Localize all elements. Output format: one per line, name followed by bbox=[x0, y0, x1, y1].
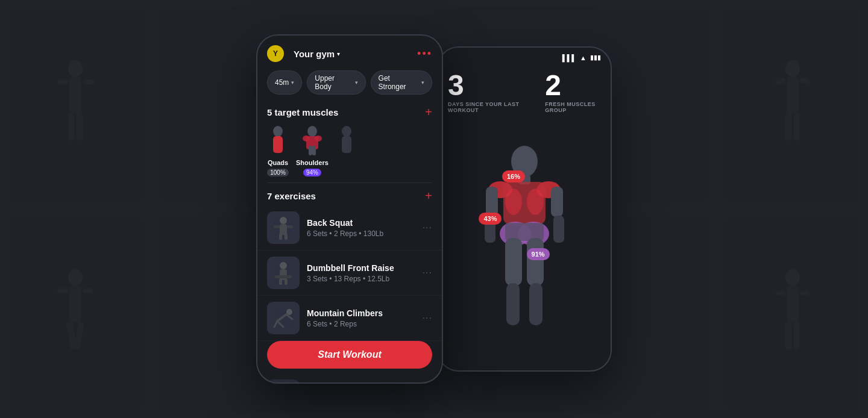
exercise-meta-back-squat: 6 Sets • 2 Reps • 130Lb bbox=[307, 229, 415, 238]
svg-point-84 bbox=[505, 189, 522, 215]
svg-rect-48 bbox=[274, 225, 280, 228]
svg-point-44 bbox=[342, 126, 351, 137]
chip-duration[interactable]: 45m ▾ bbox=[267, 70, 302, 95]
muscle-pct-43: 43% bbox=[479, 213, 502, 225]
muscle-pct-16: 16% bbox=[502, 170, 525, 182]
svg-rect-53 bbox=[280, 269, 287, 280]
muscle-figure-partial bbox=[336, 125, 357, 157]
muscle-figure-quads bbox=[267, 125, 289, 157]
exercise-thumb-mountain-climbers bbox=[267, 302, 300, 334]
gym-name-row[interactable]: Your gym ▾ bbox=[289, 49, 340, 59]
secondary-content: 3 DAYS SINCE YOUR LAST WORKOUT 2 FRESH M… bbox=[438, 61, 611, 372]
exercise-name-dumbbell: Dumbbell Front Raise bbox=[307, 263, 415, 273]
svg-point-36 bbox=[273, 126, 283, 137]
muscles-section-header: 5 target muscles + bbox=[257, 101, 442, 123]
svg-point-85 bbox=[527, 189, 544, 215]
exercise-info-back-squat: Back Squat 6 Sets • 2 Reps • 130Lb bbox=[307, 218, 415, 238]
svg-rect-56 bbox=[285, 279, 288, 285]
svg-line-61 bbox=[286, 314, 292, 319]
chip-goal[interactable]: Get Stronger ▾ bbox=[371, 70, 432, 95]
chip-goal-chevron: ▾ bbox=[421, 80, 424, 86]
muscles-add-button[interactable]: + bbox=[425, 105, 432, 119]
svg-rect-45 bbox=[342, 136, 351, 153]
exercise-meta-dumbbell: 3 Sets • 13 Reps • 12.5Lb bbox=[307, 275, 415, 283]
gym-logo: Y bbox=[267, 45, 284, 62]
chip-duration-chevron: ▾ bbox=[291, 80, 294, 86]
stat-item-days: 3 DAYS SINCE YOUR LAST WORKOUT bbox=[448, 71, 527, 113]
exercise-thumb-dumbbell bbox=[267, 257, 300, 289]
muscle-pct-91: 91% bbox=[527, 248, 550, 260]
svg-rect-42 bbox=[309, 146, 312, 155]
gym-name-label: Your gym bbox=[294, 49, 335, 59]
muscles-row: Quads 100% Shoulders 94% bbox=[257, 123, 442, 182]
exercise-item-overhead-lunge: Overhead Dumbbell Lunge 3 Sets • 12 Reps… bbox=[257, 375, 442, 382]
exercise-meta-mountain-climbers: 6 Sets • 2 Reps bbox=[307, 320, 415, 328]
exercises-section-title: 7 exercises bbox=[267, 191, 316, 201]
exercise-more-back-squat[interactable]: ··· bbox=[423, 222, 432, 233]
gym-chevron-icon: ▾ bbox=[337, 51, 340, 57]
svg-rect-83 bbox=[529, 283, 542, 325]
phones-container: Y Your gym ▾ ••• 45m ▾ Upper Body ▾ Get … bbox=[256, 34, 612, 384]
chip-goal-label: Get Stronger bbox=[379, 74, 419, 91]
muscle-quads-name: Quads bbox=[268, 159, 288, 166]
phone-main: Y Your gym ▾ ••• 45m ▾ Upper Body ▾ Get … bbox=[256, 34, 443, 384]
svg-rect-54 bbox=[275, 275, 292, 278]
svg-point-52 bbox=[280, 262, 287, 269]
exercises-add-button[interactable]: + bbox=[425, 189, 432, 203]
chip-muscle[interactable]: Upper Body ▾ bbox=[307, 70, 365, 95]
svg-point-38 bbox=[307, 126, 317, 137]
exercise-thumb-back-squat bbox=[267, 211, 300, 244]
exercises-list: Back Squat 6 Sets • 2 Reps • 130Lb ··· bbox=[257, 205, 442, 382]
exercise-name-back-squat: Back Squat bbox=[307, 218, 415, 228]
svg-rect-49 bbox=[287, 225, 293, 228]
svg-point-40 bbox=[303, 136, 310, 142]
stat-label-muscles: FRESH MUSCLES GROUP bbox=[545, 101, 601, 113]
phone-secondary: ▌▌▌ ▲ ▮▮▮ 3 DAYS SINCE YOUR LAST WORKOUT… bbox=[437, 46, 612, 372]
svg-rect-43 bbox=[312, 146, 316, 155]
stats-row: 3 DAYS SINCE YOUR LAST WORKOUT 2 FRESH M… bbox=[448, 71, 601, 113]
chip-muscle-chevron: ▾ bbox=[355, 80, 358, 86]
svg-rect-76 bbox=[553, 216, 564, 243]
svg-point-46 bbox=[280, 217, 287, 224]
muscles-section-title: 5 target muscles bbox=[267, 107, 338, 117]
svg-line-59 bbox=[274, 321, 277, 327]
exercise-item-back-squat: Back Squat 6 Sets • 2 Reps • 130Lb ··· bbox=[257, 205, 442, 251]
muscle-item-partial bbox=[336, 125, 357, 176]
svg-rect-50 bbox=[279, 234, 282, 240]
muscle-figure-shoulders bbox=[301, 125, 323, 157]
stat-label-days: DAYS SINCE YOUR LAST WORKOUT bbox=[448, 101, 527, 113]
exercise-info-mountain-climbers: Mountain Climbers 6 Sets • 2 Reps bbox=[307, 308, 415, 328]
exercise-item-mountain-climbers: Mountain Climbers 6 Sets • 2 Reps ··· bbox=[257, 296, 442, 341]
svg-rect-80 bbox=[505, 238, 522, 286]
battery-icon: ▮▮▮ bbox=[590, 54, 601, 61]
start-workout-button[interactable]: Start Workout bbox=[267, 341, 432, 369]
exercise-more-dumbbell[interactable]: ··· bbox=[423, 267, 432, 278]
body-svg-container: 16% 43% 91% bbox=[470, 145, 579, 355]
wifi-icon: ▲ bbox=[580, 54, 587, 61]
svg-line-60 bbox=[277, 321, 283, 327]
exercise-more-mountain-climbers[interactable]: ··· bbox=[423, 313, 432, 323]
svg-rect-47 bbox=[280, 224, 287, 235]
svg-rect-81 bbox=[527, 238, 544, 286]
signal-icon: ▌▌▌ bbox=[562, 54, 576, 61]
muscle-quads-pct: 100% bbox=[267, 169, 289, 176]
phone-header: Y Your gym ▾ ••• bbox=[257, 36, 442, 67]
header-menu-icon[interactable]: ••• bbox=[417, 48, 432, 60]
stat-item-muscles: 2 FRESH MUSCLES GROUP bbox=[545, 71, 601, 113]
stat-number-muscles: 2 bbox=[545, 71, 601, 100]
status-bar: ▌▌▌ ▲ ▮▮▮ bbox=[438, 48, 611, 61]
muscle-shoulders-name: Shoulders bbox=[296, 159, 329, 166]
svg-rect-74 bbox=[551, 187, 563, 217]
chip-duration-label: 45m bbox=[275, 78, 289, 87]
exercise-item-dumbbell: Dumbbell Front Raise 3 Sets • 13 Reps • … bbox=[257, 251, 442, 296]
svg-line-58 bbox=[277, 314, 286, 321]
svg-point-41 bbox=[315, 136, 322, 142]
filter-chips: 45m ▾ Upper Body ▾ Get Stronger ▾ bbox=[257, 67, 442, 101]
svg-rect-37 bbox=[273, 136, 283, 153]
exercise-name-mountain-climbers: Mountain Climbers bbox=[307, 308, 415, 318]
exercises-section-header: 7 exercises + bbox=[257, 183, 442, 205]
muscle-item-quads: Quads 100% bbox=[267, 125, 289, 176]
exercise-thumb-overhead-lunge bbox=[267, 379, 300, 382]
chip-muscle-label: Upper Body bbox=[315, 74, 352, 91]
body-diagram: 16% 43% 91% bbox=[448, 125, 601, 372]
